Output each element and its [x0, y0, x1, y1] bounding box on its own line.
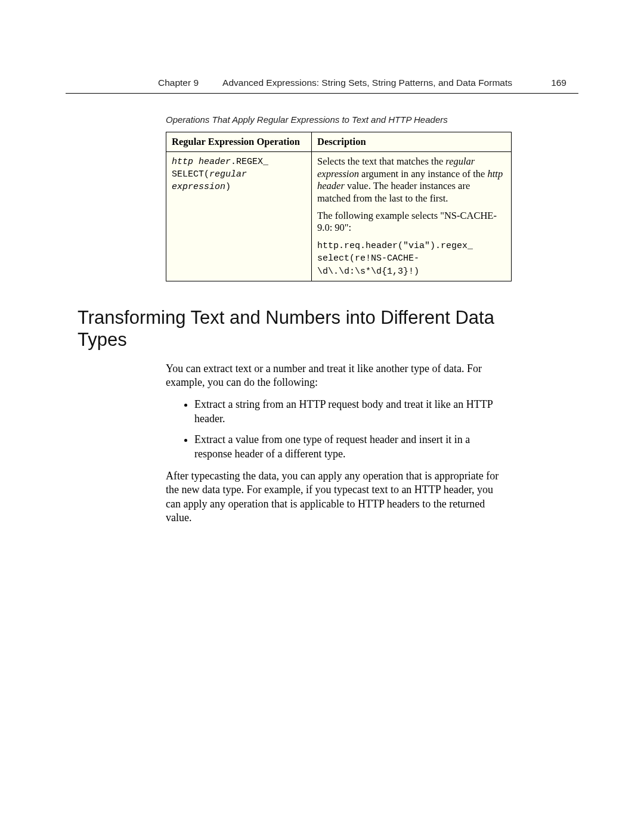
table-header-operation: Regular Expression Operation: [166, 132, 312, 152]
op-suffix: ): [225, 182, 231, 192]
table-block: Operations That Apply Regular Expression…: [166, 114, 512, 281]
operation-cell: http header.REGEX_ SELECT(regular expres…: [166, 152, 312, 281]
desc-para-1: Selects the text that matches the regula…: [317, 156, 506, 205]
table-caption: Operations That Apply Regular Expression…: [166, 114, 512, 125]
op-prefix: http header: [172, 157, 231, 167]
running-header: Chapter 9 Advanced Expressions: String S…: [158, 78, 566, 88]
table-row: http header.REGEX_ SELECT(regular expres…: [166, 152, 512, 281]
section-heading: Transforming Text and Numbers into Diffe…: [78, 306, 507, 351]
body-text: You can extract text or a number and tre…: [166, 362, 500, 525]
description-cell: Selects the text that matches the regula…: [312, 152, 512, 281]
desc-para-2: The following example selects "NS-CACHE-…: [317, 210, 506, 234]
desc-text: Selects the text that matches the: [317, 156, 445, 167]
header-page-number: 169: [551, 78, 566, 88]
desc-code-block: http.req.header("via").regex_ select(re!…: [317, 239, 506, 278]
header-title: Advanced Expressions: String Sets, Strin…: [222, 78, 527, 88]
list-item: Extract a value from one type of request…: [194, 433, 500, 461]
table-header-description: Description: [312, 132, 512, 152]
operations-table: Regular Expression Operation Description…: [166, 132, 512, 281]
header-chapter: Chapter 9: [158, 78, 199, 88]
desc-code: http.req.header("via").regex_ select(re!…: [317, 241, 473, 277]
bullet-list: Extract a string from an HTTP request bo…: [166, 398, 500, 461]
table-header-row: Regular Expression Operation Description: [166, 132, 512, 152]
page: Chapter 9 Advanced Expressions: String S…: [0, 0, 644, 833]
list-item: Extract a string from an HTTP request bo…: [194, 398, 500, 426]
desc-text: argument in any instance of the: [359, 168, 488, 179]
header-rule: [66, 93, 578, 94]
body-para-1: You can extract text or a number and tre…: [166, 362, 500, 390]
body-para-2: After typecasting the data, you can appl…: [166, 469, 500, 525]
